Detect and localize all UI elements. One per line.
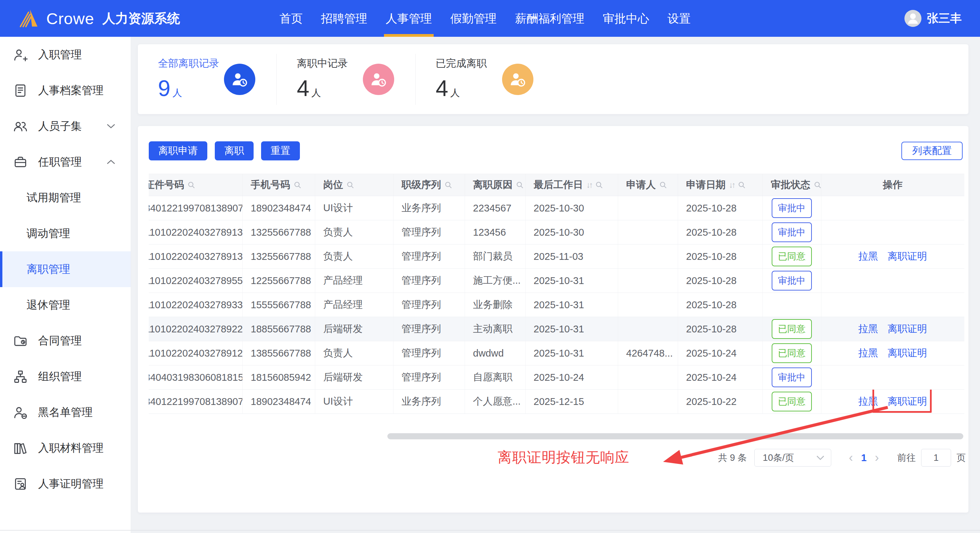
toolbar-button-离职[interactable]: 离职 (215, 141, 254, 160)
action-link-拉黑[interactable]: 拉黑 (859, 395, 878, 409)
column-label: 最后工作日 (534, 178, 583, 192)
search-icon[interactable] (659, 181, 667, 189)
sidebar-item-5[interactable]: 合同管理 (0, 323, 131, 359)
main-content: 全部离职记录9人离职中记录4人已完成离职4人 离职申请离职重置列表配置 证件号码… (131, 37, 980, 533)
page-number-1[interactable]: 1 (861, 452, 867, 464)
column-header-9[interactable]: 审批状态 (762, 174, 821, 196)
toolbar-button-重置[interactable]: 重置 (261, 141, 300, 160)
prev-page-button[interactable]: ‹ (849, 451, 853, 465)
cell-actions (821, 196, 964, 220)
table-row-1: 34012219970813890718902348474UI设计业务序列223… (149, 196, 964, 220)
window-bottom-edge (0, 530, 980, 531)
person-add-icon (13, 47, 28, 62)
column-header-inner: 职级序列 (402, 178, 452, 192)
search-icon[interactable] (516, 181, 524, 189)
column-header-8[interactable]: 申请日期↓↑ (678, 174, 762, 196)
nav-item-3[interactable]: 人事管理 (386, 0, 432, 37)
table-row-9: 34012219970813890718902348474UI设计业务序列个人愿… (149, 389, 964, 414)
search-icon[interactable] (814, 181, 821, 189)
sidebar-item-1[interactable]: 入职管理 (0, 37, 131, 73)
action-link-离职证明[interactable]: 离职证明 (888, 250, 927, 263)
next-page-button[interactable]: › (875, 451, 879, 465)
toolbar: 离职申请离职重置列表配置 (149, 141, 963, 160)
column-header-7[interactable]: 申请人 (618, 174, 678, 196)
search-icon[interactable] (738, 181, 746, 189)
search-icon[interactable] (294, 181, 302, 189)
page-size-select[interactable]: 10条/页 (754, 449, 831, 467)
brand: Crowe 人力资源系统 (18, 0, 180, 37)
action-link-离职证明[interactable]: 离职证明 (888, 346, 927, 360)
action-link-拉黑[interactable]: 拉黑 (859, 346, 878, 360)
sidebar-subitem-调动管理[interactable]: 调动管理 (0, 215, 131, 251)
cell-id: 340122199708138907 (149, 389, 242, 414)
nav-item-2[interactable]: 招聘管理 (321, 0, 367, 37)
resignation-table: 证件号码手机号码岗位职级序列离职原因最后工作日↓↑申请人申请日期↓↑审批状态操作… (149, 174, 964, 414)
sidebar-subitem-离职管理[interactable]: 离职管理 (0, 251, 131, 287)
action-link-离职证明[interactable]: 离职证明 (888, 322, 927, 336)
column-header-4[interactable]: 职级序列 (393, 174, 465, 196)
cell-series: 管理序列 (393, 341, 465, 365)
column-header-6[interactable]: 最后工作日↓↑ (525, 174, 618, 196)
cell-applicant (618, 365, 678, 389)
sidebar-item-9[interactable]: 人事证明管理 (0, 466, 131, 502)
cell-series: 管理序列 (393, 269, 465, 293)
cell-reason: 部门裁员 (465, 244, 525, 269)
sidebar-subitem-label: 试用期管理 (27, 190, 81, 205)
nav-item-4[interactable]: 假勤管理 (450, 0, 496, 37)
cell-status: 审批中 (762, 269, 821, 293)
cell-last-day: 2025-12-15 (525, 389, 618, 414)
search-icon[interactable] (347, 181, 354, 189)
search-icon[interactable] (595, 181, 603, 189)
column-header-inner: 申请日期↓↑ (686, 178, 746, 192)
column-header-1[interactable]: 证件号码 (149, 174, 242, 196)
sort-icon[interactable]: ↓↑ (729, 180, 735, 190)
action-link-拉黑[interactable]: 拉黑 (859, 250, 878, 263)
cell-actions (821, 293, 964, 317)
cell-last-day: 2025-10-24 (525, 365, 618, 389)
cell-series: 管理序列 (393, 365, 465, 389)
cell-applicant (618, 220, 678, 244)
stat-label: 已完成离职 (436, 56, 555, 70)
sidebar-subitem-试用期管理[interactable]: 试用期管理 (0, 180, 131, 215)
column-header-inner: 审批状态 (771, 178, 821, 192)
list-config-button[interactable]: 列表配置 (901, 142, 963, 160)
goto-page-input[interactable] (921, 449, 951, 467)
sidebar-item-8[interactable]: 入职材料管理 (0, 430, 131, 466)
nav-item-7[interactable]: 设置 (668, 0, 690, 37)
search-icon[interactable] (445, 181, 452, 189)
action-link-拉黑[interactable]: 拉黑 (859, 322, 878, 336)
column-header-2[interactable]: 手机号码 (242, 174, 315, 196)
user-menu[interactable]: 张三丰 (904, 0, 962, 37)
nav-item-6[interactable]: 审批中心 (603, 0, 649, 37)
nav-item-1[interactable]: 首页 (280, 0, 302, 37)
column-header-5[interactable]: 离职原因 (465, 174, 525, 196)
person-block-icon (13, 405, 28, 420)
cell-apply-date: 2025-10-28 (678, 220, 762, 244)
column-header-inner: 离职原因 (473, 178, 524, 192)
cell-actions (821, 365, 964, 389)
person-clock-icon (363, 64, 394, 95)
sort-icon[interactable]: ↓↑ (587, 180, 592, 190)
sidebar-subitem-退休管理[interactable]: 退休管理 (0, 287, 131, 323)
sidebar-item-2[interactable]: 人事档案管理 (0, 73, 131, 108)
nav-item-5[interactable]: 薪酬福利管理 (515, 0, 584, 37)
sidebar-item-6[interactable]: 组织管理 (0, 359, 131, 394)
status-badge: 已同意 (772, 343, 812, 363)
sidebar-item-3[interactable]: 人员子集 (0, 108, 131, 144)
toolbar-button-离职申请[interactable]: 离职申请 (149, 141, 207, 160)
sidebar-item-label: 入职材料管理 (38, 441, 103, 456)
cell-actions (821, 220, 964, 244)
sidebar-item-4[interactable]: 任职管理 (0, 144, 131, 180)
page-unit-label: 页 (956, 452, 966, 464)
brand-system-title: 人力资源系统 (102, 10, 180, 27)
cell-apply-date: 2025-10-24 (678, 365, 762, 389)
materials-icon (13, 441, 28, 456)
search-icon[interactable] (188, 181, 196, 189)
sidebar-item-7[interactable]: 黑名单管理 (0, 394, 131, 430)
cell-status: 已同意 (762, 341, 821, 365)
stat-value: 4人 (297, 75, 415, 101)
action-link-离职证明[interactable]: 离职证明 (888, 395, 927, 409)
horizontal-scrollbar[interactable] (387, 433, 963, 439)
cell-apply-date: 2025-10-28 (678, 244, 762, 269)
column-header-3[interactable]: 岗位 (315, 174, 393, 196)
